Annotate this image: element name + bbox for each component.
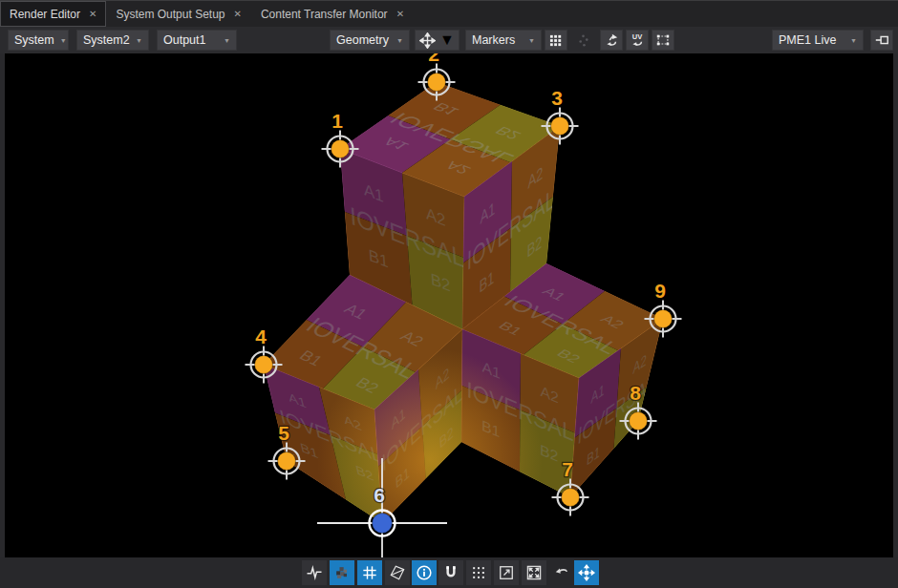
- shaded-view-icon: [332, 563, 352, 582]
- close-icon[interactable]: ✕: [234, 9, 242, 19]
- tab-label: Content Transfer Monitor: [261, 8, 388, 21]
- marker-label-5: 5: [278, 422, 289, 444]
- signal-icon: [305, 563, 324, 582]
- chevron-down-icon: ▼: [218, 37, 230, 44]
- expand-icon: [524, 563, 544, 582]
- grid-snap-button[interactable]: [357, 560, 382, 585]
- render-editor-window: Render Editor✕System Output Setup✕Conten…: [0, 0, 898, 588]
- grid-toggle-button[interactable]: [545, 30, 567, 51]
- chevron-down-icon: ▼: [523, 37, 535, 44]
- render-viewport[interactable]: A1A2B1B2IOVERSALA1A2B1B2IOVERSALA1A2B1B2…: [5, 53, 893, 557]
- expand-button[interactable]: [522, 560, 546, 585]
- move-tool-icon: [419, 32, 436, 49]
- system-dropdown[interactable]: System▼: [8, 30, 69, 51]
- tab-label: System Output Setup: [116, 8, 224, 21]
- close-icon[interactable]: ✕: [89, 9, 96, 19]
- undo-icon: [552, 563, 571, 582]
- marker-label-3: 3: [551, 87, 563, 109]
- chevron-down-icon: ▼: [845, 37, 857, 44]
- wireframe-icon: [388, 563, 407, 582]
- points-dim-button: [572, 30, 593, 51]
- tab-label: Render Editor: [10, 8, 80, 21]
- uv-mode-button[interactable]: UV: [626, 30, 649, 51]
- info-icon: [415, 563, 434, 582]
- axis-transform-button[interactable]: [600, 30, 623, 51]
- scale-region-button[interactable]: [494, 560, 519, 585]
- move-tool-button[interactable]: ▼: [415, 30, 460, 51]
- viewport-scene: A1A2B1B2IOVERSALA1A2B1B2IOVERSALA1A2B1B2…: [5, 53, 893, 557]
- magnet-button[interactable]: [438, 560, 463, 585]
- grid-snap-icon: [360, 563, 379, 582]
- wireframe-button[interactable]: [385, 560, 410, 585]
- geometry-dropdown[interactable]: Geometry▼: [330, 30, 410, 51]
- pixel-grid-button[interactable]: [466, 560, 491, 585]
- chevron-down-icon: ▼: [54, 37, 67, 44]
- chevron-down-icon: ▼: [130, 37, 142, 44]
- marker-label-7: 7: [562, 458, 573, 480]
- undo-button[interactable]: [549, 560, 574, 585]
- region-select-button[interactable]: [652, 30, 674, 51]
- pin-panel-button[interactable]: [870, 30, 893, 51]
- info-button[interactable]: [412, 560, 437, 585]
- pixel-grid-icon: [469, 563, 488, 582]
- shaded-view-button[interactable]: [330, 560, 354, 585]
- chevron-down-icon: ▼: [391, 37, 403, 44]
- tab-content-transfer-monitor[interactable]: Content Transfer Monitor✕: [251, 1, 414, 27]
- magnet-icon: [441, 563, 460, 582]
- chevron-down-icon: ▼: [439, 32, 455, 49]
- live-system-dropdown[interactable]: PME1 Live▼: [772, 30, 864, 51]
- marker-label-4: 4: [255, 326, 267, 347]
- marker-label-1: 1: [331, 110, 343, 132]
- marker-label-8: 8: [630, 382, 641, 404]
- main-toolbar: System▼ System2▼ Output1▼ Geometry▼ ▼ Ma…: [0, 27, 898, 53]
- axis-transform-icon: [604, 32, 619, 48]
- svg-text:UV: UV: [632, 32, 642, 41]
- grid-toggle-icon: [549, 33, 564, 48]
- marker-label-2: 2: [428, 53, 439, 65]
- marker-label-6: 6: [374, 484, 385, 506]
- scale-region-icon: [497, 563, 516, 582]
- tab-bar: Render Editor✕System Output Setup✕Conten…: [0, 0, 898, 27]
- close-icon[interactable]: ✕: [396, 9, 404, 19]
- region-select-icon: [655, 32, 671, 48]
- move-gizmo-button[interactable]: [574, 560, 599, 585]
- viewport-toolbar: [0, 557, 898, 588]
- tab-system-output-setup[interactable]: System Output Setup✕: [106, 1, 250, 27]
- pin-panel-icon: [874, 32, 889, 48]
- uv-mode-icon: UV: [630, 32, 645, 48]
- tab-render-editor[interactable]: Render Editor✕: [0, 1, 106, 27]
- output-dropdown[interactable]: Output1▼: [157, 30, 237, 51]
- system2-dropdown[interactable]: System2▼: [76, 30, 149, 51]
- markers-dropdown[interactable]: Markers▼: [465, 30, 542, 51]
- points-dim-icon: [576, 33, 590, 48]
- marker-label-9: 9: [654, 280, 666, 302]
- signal-button[interactable]: [302, 560, 327, 585]
- move-gizmo-icon: [577, 563, 596, 582]
